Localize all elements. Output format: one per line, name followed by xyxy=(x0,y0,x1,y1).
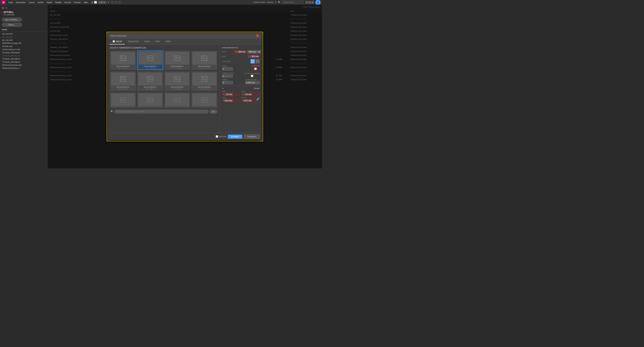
workspace-label[interactable]: Einstieg xyxy=(267,1,274,3)
menu-tabelle[interactable]: Tabelle xyxy=(54,1,63,4)
sidebar-file-0[interactable]: abi_test.indd xyxy=(2,32,46,36)
template-search-input[interactable] xyxy=(114,110,208,114)
preview-checkbox[interactable] xyxy=(216,135,218,138)
create-button[interactable]: Erstellen xyxy=(228,134,242,138)
primary-text-checkbox[interactable] xyxy=(244,75,260,77)
menu-fenster[interactable]: Fenster xyxy=(73,1,82,4)
restore-btn[interactable]: □ xyxy=(308,1,311,4)
stock-search-input[interactable] xyxy=(282,1,304,4)
margin-bottom-input[interactable] xyxy=(244,93,252,96)
search-submit-btn[interactable]: Los xyxy=(210,110,217,114)
menu-bar: Id Datei Bearbeiten Layout Schrift Objek… xyxy=(0,0,322,4)
modal-title: Neues Dokument xyxy=(111,35,126,37)
template-item-7[interactable]: Benutzerdefiniert 154 × 216 mm xyxy=(191,72,217,91)
toolbar-icon-2[interactable]: ⬜ xyxy=(94,1,97,4)
template-item-8[interactable] xyxy=(110,92,136,108)
height-spinner[interactable]: ⇅ xyxy=(248,56,249,57)
tab-aktuell-label: Aktuell xyxy=(116,40,122,42)
tab-web[interactable]: Web xyxy=(153,39,163,44)
zoom-dropdown-icon[interactable]: ▼ xyxy=(108,1,110,4)
margin-right-input[interactable] xyxy=(244,100,252,102)
list-view-btn[interactable]: ≡ xyxy=(6,6,7,9)
template-grid-2: Benutzerdefiniert 210 × 297 mm xyxy=(110,72,217,91)
zoom-display[interactable]: 100 % xyxy=(98,1,107,4)
template-item-11[interactable] xyxy=(191,92,217,108)
sidebar-file-5[interactable]: schülerzeitung_4.indd xyxy=(2,48,46,51)
grid-view-btn[interactable]: ⊞ xyxy=(2,6,4,9)
portrait-btn[interactable] xyxy=(250,59,255,64)
menu-datei[interactable]: Datei xyxy=(7,1,14,4)
width-input[interactable] xyxy=(236,51,246,53)
template-item-10[interactable] xyxy=(164,92,190,108)
width-spinner-up[interactable]: ⇅ xyxy=(234,51,236,53)
template-item-2[interactable]: Benutzerdefiniert 297 × 210 mm xyxy=(164,51,190,70)
sidebar-file-6[interactable]: Template_Abimagazin xyxy=(2,51,46,54)
svg-point-14 xyxy=(121,78,122,78)
tab-gespeichert[interactable]: Gespeichert xyxy=(125,39,142,44)
template-item-3[interactable]: Benutzerdefiniert 280 × 400 mm xyxy=(191,51,217,70)
workspace-dropdown-icon[interactable]: ▼ xyxy=(275,2,276,3)
modal-footer-close-button[interactable]: Schließen xyxy=(244,134,260,139)
toolbar-icon-3[interactable]: ⬛ xyxy=(111,1,114,4)
sidebar-file-4[interactable]: Schritte.indd xyxy=(2,45,46,48)
margin-right-spinner[interactable]: ⇅ xyxy=(242,100,244,102)
chain-link-icon[interactable]: 🔗 xyxy=(256,98,260,100)
template-item-9[interactable] xyxy=(137,92,163,108)
template-item-5[interactable]: Benutzerdefiniert 280 × 400 mm xyxy=(137,72,163,91)
template-item-0[interactable]: Benutzerdefiniert 297 × 160 mm xyxy=(110,51,136,70)
margin-left-input[interactable] xyxy=(224,100,232,102)
search-icon[interactable]: 🔍 xyxy=(278,1,280,4)
menu-ansicht[interactable]: Ansicht xyxy=(63,1,72,4)
sidebar-file-9[interactable]: Template_Abimagazin xyxy=(2,60,46,64)
tab-aktuell[interactable]: 🕐 Aktuell xyxy=(110,39,125,44)
publish-online-label[interactable]: Publish Online xyxy=(254,1,265,3)
close-btn[interactable]: × xyxy=(311,1,314,4)
margin-top-input[interactable] xyxy=(224,93,232,96)
double-page-checkbox[interactable] xyxy=(254,68,257,70)
svg-point-35 xyxy=(203,98,204,100)
height-input[interactable] xyxy=(249,55,259,58)
landscape-btn[interactable] xyxy=(255,59,260,64)
minimize-btn[interactable]: – xyxy=(306,1,308,4)
toolbar-icon-1[interactable]: ⊞ xyxy=(91,1,93,4)
sidebar-file-1[interactable]: abi_test.indd xyxy=(2,36,46,38)
toolbar-icon-4[interactable]: ⬛ xyxy=(114,1,117,4)
columns-input[interactable] xyxy=(222,81,233,84)
sidebar-file-3[interactable]: INDESIGN-Vorlage SM xyxy=(2,42,46,45)
sidebar-file-2[interactable]: abi_test.indd xyxy=(2,38,46,42)
margin-top-spinner[interactable]: ⇅ xyxy=(223,94,224,95)
start-number-input[interactable] xyxy=(222,74,233,78)
sidebar-file-7[interactable]: Template_Abimagazin xyxy=(2,54,46,57)
column-gap-input[interactable] xyxy=(245,81,260,84)
template-item-1[interactable]: Benutzerdefiniert 280 × 400 mm xyxy=(137,51,163,70)
menu-objekt[interactable]: Objekt xyxy=(45,1,54,4)
user-avatar[interactable]: 👤 xyxy=(316,0,320,5)
svg-point-17 xyxy=(148,78,150,78)
menu-schrift[interactable]: Schrift xyxy=(36,1,44,4)
unit-select[interactable]: Millimeter Pixel Punkt Zentimeter xyxy=(247,50,261,54)
template-thumb-11 xyxy=(192,94,216,106)
toolbar-icon-5[interactable]: ⬛ xyxy=(118,1,121,4)
menu-hilfe[interactable]: Hilfe xyxy=(82,1,89,4)
template-name-4: Benutzerdefiniert xyxy=(111,86,135,88)
pages-input[interactable] xyxy=(222,67,233,70)
template-item-4[interactable]: Benutzerdefiniert 210 × 297 mm xyxy=(110,72,136,91)
tab-mobil[interactable]: Mobil xyxy=(163,39,174,44)
new-button[interactable]: Neu erstellen... xyxy=(2,18,22,22)
template-item-6[interactable]: Benutzerdefiniert 216 × 303 mm xyxy=(164,72,190,91)
sidebar-file-8[interactable]: Template_Abimagazin xyxy=(2,57,46,60)
sidebar-file-11[interactable]: Weihnachtszeitung_4. xyxy=(2,67,46,70)
open-button[interactable]: Öffnen... xyxy=(2,23,22,27)
margins-expand-icon[interactable]: ▼ xyxy=(222,88,224,90)
sidebar-col-header: NAME ↑ xyxy=(2,28,46,32)
orientation-buttons xyxy=(250,59,260,64)
preview-area: Vorschau xyxy=(216,135,226,138)
modal-body: ZULETZT VERWENDETE ELEMENTE (20) xyxy=(108,44,262,133)
tab-druck[interactable]: Druck xyxy=(142,39,153,44)
menu-layout[interactable]: Layout xyxy=(27,1,36,4)
sidebar-file-10[interactable]: Weihnachtszeitung.indd xyxy=(2,64,46,67)
modal-close-button[interactable]: × xyxy=(256,34,259,37)
margin-left-spinner[interactable]: ⇅ xyxy=(223,100,224,102)
margin-bottom-spinner[interactable]: ⇅ xyxy=(242,94,244,95)
menu-bearbeiten[interactable]: Bearbeiten xyxy=(15,1,27,4)
